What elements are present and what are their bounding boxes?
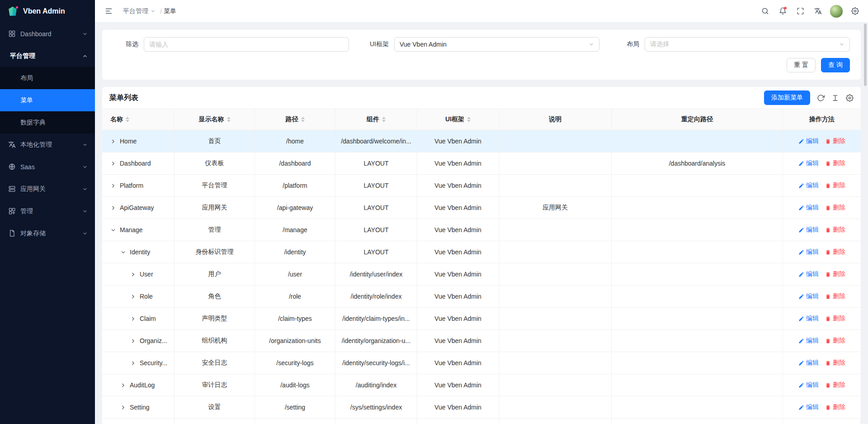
row-height-icon[interactable] [831,94,839,102]
expand-chevron-icon[interactable] [130,360,136,366]
notification-bell-icon[interactable] [775,4,790,19]
expand-chevron-icon[interactable] [120,249,126,255]
pencil-icon [798,183,804,189]
row-description [499,263,612,285]
delete-button[interactable]: 删除 [825,292,845,300]
sidebar-item-dashboard[interactable]: Dashboard [0,23,95,45]
breadcrumb-parent[interactable]: 平台管理 [120,6,158,17]
column-settings-icon[interactable] [846,94,854,102]
column-header-ui[interactable]: UI框架 [417,109,499,130]
delete-button[interactable]: 删除 [825,159,845,167]
column-header-component[interactable]: 组件 [335,109,417,130]
framework-select[interactable]: Vue Vben Admin [394,37,599,52]
delete-button[interactable]: 删除 [825,226,845,234]
expand-chevron-icon[interactable] [110,138,116,144]
edit-button[interactable]: 编辑 [798,159,819,167]
sidebar-subitem-dictionary[interactable]: 数据字典 [0,111,95,133]
column-header-name[interactable]: 名称 [102,109,175,130]
delete-button[interactable]: 删除 [825,270,845,278]
edit-button[interactable]: 编辑 [798,292,819,300]
avatar[interactable] [830,5,843,18]
page-scrollbar[interactable] [863,0,868,424]
table-row[interactable]: Setting 设置 /setting /sys/settings/index … [102,396,861,419]
expand-chevron-icon[interactable] [110,205,116,211]
edit-button[interactable]: 编辑 [798,248,819,256]
delete-button[interactable]: 删除 [825,181,845,190]
sidebar-subitem-layout[interactable]: 布局 [0,67,95,89]
layout-select-placeholder: 请选择 [650,40,669,48]
table-row[interactable]: Identity 身份标识管理 /identity LAYOUT Vue Vbe… [102,241,861,263]
search-icon[interactable] [757,4,773,19]
delete-button[interactable]: 删除 [825,248,845,256]
edit-button[interactable]: 编辑 [798,314,819,323]
row-description [499,130,612,152]
sort-carets-icon[interactable] [301,117,305,122]
expand-chevron-icon[interactable] [130,316,136,322]
sort-carets-icon[interactable] [227,117,231,122]
table-row[interactable]: Platform 平台管理 /platform LAYOUT Vue Vben … [102,175,861,197]
table-row[interactable]: Dashboard 仪表板 /dashboard LAYOUT Vue Vben… [102,152,861,175]
sidebar-item-storage[interactable]: 对象存储 [0,222,95,244]
delete-button[interactable]: 删除 [825,403,845,411]
menu-item-label: 应用网关 [20,185,82,193]
settings-gear-icon[interactable] [847,4,863,19]
language-icon[interactable] [810,4,826,19]
edit-button[interactable]: 编辑 [798,204,819,212]
expand-chevron-icon[interactable] [130,272,136,277]
sidebar-subitem-menu[interactable]: 菜单 [0,89,95,111]
sort-carets-icon[interactable] [126,117,129,122]
fullscreen-icon[interactable] [793,4,808,19]
edit-button[interactable]: 编辑 [798,226,819,234]
row-name: Dashboard [120,160,151,167]
edit-button[interactable]: 编辑 [798,381,819,389]
column-header-path[interactable]: 路径 [255,109,335,130]
delete-button[interactable]: 删除 [825,204,845,212]
sidebar-item-manage[interactable]: 管理 [0,200,95,222]
layout-select[interactable]: 请选择 [645,37,850,52]
delete-button[interactable]: 删除 [825,381,845,389]
table-row[interactable]: Home 首页 /home /dashboard/welcome/in... V… [102,130,861,152]
expand-chevron-icon[interactable] [130,294,136,300]
sort-carets-icon[interactable] [467,117,471,122]
edit-button[interactable]: 编辑 [798,137,819,145]
expand-chevron-icon[interactable] [110,227,116,233]
scrollbar-thumb[interactable] [864,24,867,86]
expand-chevron-icon[interactable] [110,183,116,189]
expand-chevron-icon[interactable] [120,382,126,388]
query-button[interactable]: 查 询 [821,58,850,72]
add-menu-button[interactable]: 添加新菜单 [764,91,810,105]
delete-button[interactable]: 删除 [825,137,845,145]
table-row[interactable]: Claim 声明类型 /claim-types /identity/claim-… [102,308,861,330]
logo[interactable]: Vben Admin [0,0,95,23]
sidebar-item-localization[interactable]: 本地化管理 [0,133,95,156]
delete-button[interactable]: 删除 [825,314,845,323]
edit-button[interactable]: 编辑 [798,403,819,411]
row-component: LAYOUT [335,197,417,219]
table-row[interactable]: AuditLog 审计日志 /audit-logs /auditing/inde… [102,374,861,396]
table-row[interactable]: User 用户 /user /identity/user/index Vue V… [102,263,861,286]
refresh-icon[interactable] [817,94,825,102]
keyword-input[interactable] [144,37,349,52]
sidebar-item-platform[interactable]: 平台管理 [0,45,95,67]
sort-carets-icon[interactable] [382,117,386,122]
table-row[interactable]: Manage 管理 /manage LAYOUT Vue Vben Admin … [102,219,861,241]
delete-button[interactable]: 删除 [825,359,845,367]
sidebar-item-gateway[interactable]: 应用网关 [0,178,95,200]
delete-button[interactable]: 删除 [825,337,845,345]
table-row[interactable]: Security... 安全日志 /security-logs /identit… [102,352,861,374]
expand-chevron-icon[interactable] [130,338,136,344]
edit-button[interactable]: 编辑 [798,270,819,278]
edit-button[interactable]: 编辑 [798,181,819,190]
trash-icon [825,382,831,388]
edit-button[interactable]: 编辑 [798,337,819,345]
edit-button[interactable]: 编辑 [798,359,819,367]
column-header-display[interactable]: 显示名称 [175,109,255,130]
sidebar-item-saas[interactable]: Saas [0,156,95,178]
expand-chevron-icon[interactable] [110,161,116,167]
expand-chevron-icon[interactable] [120,405,126,410]
table-row[interactable]: Role 角色 /role /identity/role/index Vue V… [102,286,861,308]
table-row[interactable]: ApiGateway 应用网关 /api-gateway LAYOUT Vue … [102,197,861,219]
table-row[interactable]: Organiz... 组织机构 /organization-units /ide… [102,330,861,352]
reset-button[interactable]: 重 置 [787,58,816,72]
sidebar-fold-icon[interactable] [101,4,116,19]
